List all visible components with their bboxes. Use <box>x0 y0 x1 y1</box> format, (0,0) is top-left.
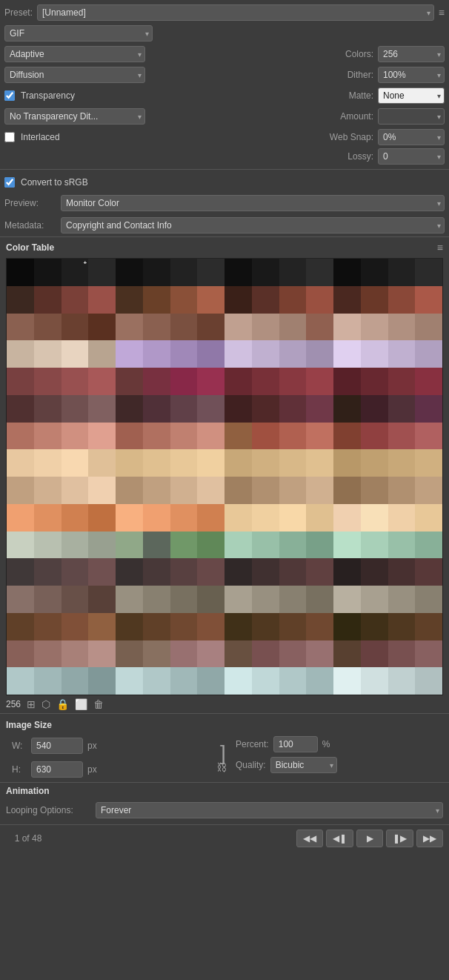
matte-select-wrapper[interactable]: None ▾ <box>378 87 445 104</box>
color-cell[interactable] <box>415 558 442 586</box>
color-cell[interactable] <box>333 477 361 504</box>
color-cell[interactable] <box>279 477 307 504</box>
color-cell[interactable] <box>170 613 198 640</box>
color-cell[interactable] <box>170 477 198 504</box>
cube-icon[interactable]: ⬡ <box>41 698 50 710</box>
color-cell[interactable] <box>170 423 198 450</box>
color-cell[interactable] <box>361 640 388 668</box>
color-cell[interactable] <box>224 368 252 395</box>
color-cell[interactable] <box>333 286 361 314</box>
color-cell[interactable] <box>7 368 34 395</box>
color-cell[interactable] <box>116 477 143 504</box>
color-cell[interactable] <box>88 558 116 586</box>
color-cell[interactable] <box>252 340 279 368</box>
color-cell[interactable] <box>224 423 252 450</box>
color-cell[interactable] <box>388 449 416 477</box>
color-cell[interactable] <box>143 259 170 286</box>
color-cell[interactable] <box>88 477 116 504</box>
color-cell[interactable] <box>361 477 388 504</box>
color-cell[interactable] <box>224 504 252 532</box>
color-cell[interactable] <box>333 368 361 395</box>
color-cell[interactable] <box>34 423 61 450</box>
color-cell[interactable] <box>279 368 307 395</box>
color-cell[interactable] <box>388 314 416 341</box>
color-cell[interactable] <box>61 423 89 450</box>
color-cell[interactable] <box>34 558 61 586</box>
color-cell[interactable] <box>224 314 252 341</box>
color-cell[interactable] <box>61 504 89 532</box>
color-cell[interactable] <box>388 340 416 368</box>
color-cell[interactable] <box>61 532 89 559</box>
dither-select[interactable]: Diffusion <box>4 67 145 83</box>
color-cell[interactable] <box>279 286 307 314</box>
color-cell[interactable] <box>7 477 34 504</box>
color-cell[interactable] <box>306 667 333 695</box>
color-cell[interactable] <box>197 640 224 668</box>
color-cell[interactable] <box>415 395 442 423</box>
color-cell[interactable] <box>34 640 61 668</box>
color-cell[interactable] <box>143 395 170 423</box>
color-cell[interactable] <box>415 423 442 450</box>
dither-pct-select[interactable]: 100% <box>378 67 445 83</box>
color-cell[interactable] <box>279 259 307 286</box>
color-cell[interactable] <box>279 395 307 423</box>
color-cell[interactable] <box>197 586 224 613</box>
color-cell[interactable] <box>306 640 333 668</box>
color-cell[interactable] <box>34 586 61 613</box>
mapping-icon[interactable]: ⊞ <box>27 698 36 710</box>
color-cell[interactable] <box>388 667 416 695</box>
color-cell[interactable] <box>252 259 279 286</box>
color-cell[interactable] <box>7 613 34 640</box>
color-cell[interactable] <box>279 586 307 613</box>
color-cell[interactable] <box>224 286 252 314</box>
next-frame-button[interactable]: ❚▶ <box>386 830 413 847</box>
interlaced-checkbox[interactable] <box>4 132 15 142</box>
color-cell[interactable] <box>224 395 252 423</box>
color-cell[interactable] <box>279 504 307 532</box>
color-cell[interactable] <box>361 532 388 559</box>
preset-menu-icon[interactable]: ≡ <box>439 7 445 19</box>
color-cell[interactable] <box>333 395 361 423</box>
color-cell[interactable] <box>170 640 198 668</box>
color-cell[interactable] <box>34 314 61 341</box>
color-cell[interactable] <box>34 667 61 695</box>
color-cell[interactable] <box>224 259 252 286</box>
amount-select[interactable] <box>378 108 445 125</box>
color-cell[interactable] <box>252 640 279 668</box>
height-input[interactable] <box>31 761 83 778</box>
color-cell[interactable] <box>170 558 198 586</box>
color-cell[interactable] <box>388 613 416 640</box>
color-cell[interactable] <box>415 504 442 532</box>
color-cell[interactable] <box>170 368 198 395</box>
width-input[interactable] <box>31 738 83 754</box>
color-cell[interactable] <box>7 532 34 559</box>
metadata-select[interactable]: Copyright and Contact Info <box>61 217 445 234</box>
looping-select-wrapper[interactable]: Forever ▾ <box>96 802 443 818</box>
color-cell[interactable] <box>116 286 143 314</box>
matte-select[interactable]: None <box>378 87 445 104</box>
color-cell[interactable] <box>197 504 224 532</box>
color-cell[interactable] <box>116 259 143 286</box>
color-cell[interactable] <box>279 558 307 586</box>
color-cell[interactable] <box>197 368 224 395</box>
color-cell[interactable] <box>34 504 61 532</box>
color-cell[interactable] <box>415 286 442 314</box>
format-select-wrapper[interactable]: GIF ▾ <box>4 25 153 42</box>
color-cell[interactable] <box>415 368 442 395</box>
color-cell[interactable] <box>333 586 361 613</box>
color-cell[interactable] <box>61 477 89 504</box>
lossy-select-wrapper[interactable]: 0 ▾ <box>378 148 445 165</box>
color-cell[interactable] <box>224 340 252 368</box>
color-cell[interactable] <box>415 477 442 504</box>
color-cell[interactable] <box>88 259 116 286</box>
color-cell[interactable] <box>333 640 361 668</box>
color-cell[interactable] <box>333 532 361 559</box>
color-cell[interactable] <box>88 640 116 668</box>
color-cell[interactable] <box>116 368 143 395</box>
color-cell[interactable] <box>197 667 224 695</box>
color-cell[interactable] <box>388 640 416 668</box>
color-cell[interactable] <box>143 532 170 559</box>
color-cell[interactable] <box>61 667 89 695</box>
color-cell[interactable] <box>88 586 116 613</box>
delete-icon[interactable]: 🗑 <box>93 698 104 710</box>
